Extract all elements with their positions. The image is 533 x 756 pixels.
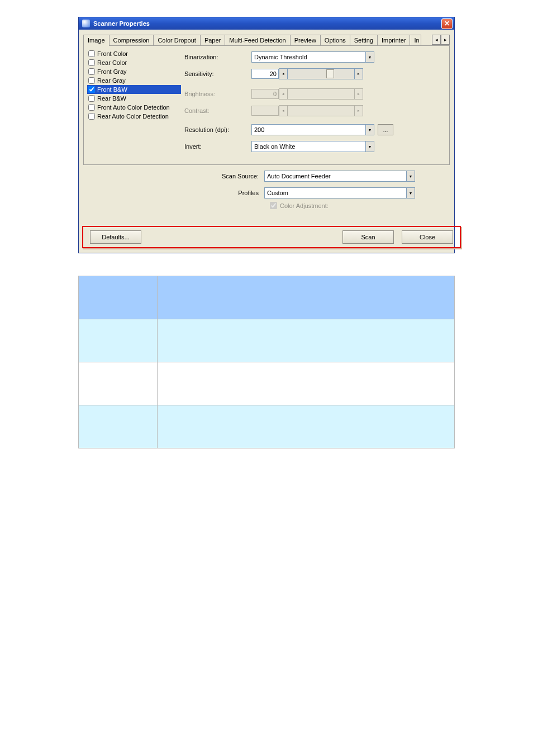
checkbox-front-color[interactable] <box>88 50 95 57</box>
table-cell <box>79 405 158 448</box>
color-adjustment-checkbox <box>270 202 277 209</box>
resolution-value: 200 <box>254 126 264 133</box>
tab-scroll-left-icon[interactable]: ◂ <box>432 35 441 45</box>
tab-scroll-right-icon[interactable]: ▸ <box>441 35 450 45</box>
table-header-cell <box>79 276 158 319</box>
table-row <box>79 405 455 448</box>
arrow-right-icon: ▸ <box>354 105 363 116</box>
chevron-down-icon: ▼ <box>406 188 415 198</box>
brightness-slider: 0 ◂ ▸ <box>251 88 363 100</box>
profiles-dropdown[interactable]: Custom ▼ <box>264 187 415 199</box>
contrast-track <box>288 105 354 116</box>
slider-thumb[interactable] <box>326 69 334 78</box>
scanner-properties-window: Scanner Properties ✕ Image Compression C… <box>78 17 455 253</box>
close-icon[interactable]: ✕ <box>441 18 453 29</box>
table-cell <box>79 362 158 405</box>
side-item-rear-gray[interactable]: Rear Gray <box>87 76 181 85</box>
tab-options[interactable]: Options <box>320 35 350 45</box>
profiles-value: Custom <box>267 190 288 196</box>
table-row <box>79 319 455 362</box>
arrow-right-icon[interactable]: ▸ <box>354 68 363 79</box>
description-table <box>78 276 455 448</box>
side-item-front-bw[interactable]: Front B&W <box>87 85 181 94</box>
invert-label: Invert: <box>184 143 251 150</box>
checkbox-rear-auto[interactable] <box>88 113 95 120</box>
image-settings-panel: Binarization: Dynamic Threshold ▼ Sensit… <box>184 49 446 161</box>
checkbox-rear-gray[interactable] <box>88 77 95 84</box>
binarization-dropdown[interactable]: Dynamic Threshold ▼ <box>251 51 374 63</box>
color-adjustment-label: Color Adjustment: <box>280 202 329 209</box>
tab-image[interactable]: Image <box>83 35 110 46</box>
table-row <box>79 362 455 405</box>
profiles-label: Profiles <box>97 190 264 196</box>
tab-paper[interactable]: Paper <box>200 35 225 45</box>
tab-body: Front Color Rear Color Front Gray Rear G… <box>83 45 450 165</box>
checkbox-rear-color[interactable] <box>88 59 95 66</box>
tab-scroll: ◂ ▸ <box>432 35 450 45</box>
table-cell <box>158 319 455 362</box>
sensitivity-label: Sensitivity: <box>184 70 251 77</box>
table-cell <box>79 319 158 362</box>
scan-source-label: Scan Source: <box>97 173 264 179</box>
tab-setting[interactable]: Setting <box>350 35 378 45</box>
tabs-bar: Image Compression Color Dropout Paper Mu… <box>83 34 450 45</box>
titlebar: Scanner Properties ✕ <box>79 17 454 30</box>
arrow-right-icon: ▸ <box>354 88 363 100</box>
scan-source-dropdown[interactable]: Auto Document Feeder ▼ <box>264 171 415 182</box>
color-adjustment-row: Color Adjustment: <box>83 202 450 209</box>
side-item-front-auto[interactable]: Front Auto Color Detection <box>87 103 181 112</box>
side-label: Front Gray <box>97 68 127 75</box>
checkbox-rear-bw[interactable] <box>88 95 95 102</box>
checkbox-front-gray[interactable] <box>88 68 95 75</box>
table-cell <box>158 362 455 405</box>
sensitivity-track[interactable] <box>288 68 354 79</box>
resolution-dropdown[interactable]: 200 ▼ <box>251 124 374 135</box>
chevron-down-icon: ▼ <box>406 171 415 181</box>
tab-imprinter[interactable]: Imprinter <box>377 35 410 45</box>
contrast-value <box>251 106 279 116</box>
resolution-label: Resolution (dpi): <box>184 126 251 133</box>
defaults-button[interactable]: Defaults... <box>90 230 141 244</box>
resolution-more-button[interactable]: ... <box>378 124 393 135</box>
window-title: Scanner Properties <box>93 20 441 27</box>
side-label: Rear B&W <box>97 95 126 102</box>
scan-button[interactable]: Scan <box>342 230 394 244</box>
side-item-front-color[interactable]: Front Color <box>87 49 181 58</box>
side-label: Front Color <box>97 50 128 57</box>
arrow-left-icon[interactable]: ◂ <box>279 68 288 79</box>
table-header-cell <box>158 276 455 319</box>
screenshot-window-wrap: Scanner Properties ✕ Image Compression C… <box>78 17 455 253</box>
checkbox-front-auto[interactable] <box>88 104 95 111</box>
tab-overflow[interactable]: In <box>410 35 421 45</box>
table-cell <box>158 405 455 448</box>
contrast-slider: ◂ ▸ <box>251 105 363 116</box>
side-item-rear-color[interactable]: Rear Color <box>87 58 181 67</box>
invert-value: Black on White <box>254 143 295 150</box>
brightness-value: 0 <box>251 89 279 99</box>
arrow-left-icon: ◂ <box>279 105 288 116</box>
side-item-front-gray[interactable]: Front Gray <box>87 67 181 76</box>
image-side-list: Front Color Rear Color Front Gray Rear G… <box>87 49 181 161</box>
tab-preview[interactable]: Preview <box>290 35 321 45</box>
close-button[interactable]: Close <box>402 230 453 244</box>
side-item-rear-bw[interactable]: Rear B&W <box>87 94 181 103</box>
tab-color-dropout[interactable]: Color Dropout <box>153 35 200 45</box>
side-label: Front B&W <box>97 86 127 93</box>
window-client: Image Compression Color Dropout Paper Mu… <box>79 30 454 253</box>
side-label: Rear Color <box>97 59 127 66</box>
side-item-rear-auto[interactable]: Rear Auto Color Detection <box>87 112 181 121</box>
contrast-label: Contrast: <box>184 107 251 114</box>
tab-compression[interactable]: Compression <box>109 35 154 45</box>
table-header-row <box>79 276 455 319</box>
scan-source-value: Auto Document Feeder <box>267 173 331 179</box>
binarization-value: Dynamic Threshold <box>254 54 307 60</box>
invert-dropdown[interactable]: Black on White ▼ <box>251 141 374 152</box>
tab-multifeed[interactable]: Multi-Feed Detection <box>225 35 291 45</box>
sensitivity-slider[interactable]: 20 ◂ ▸ <box>251 68 363 79</box>
side-label: Front Auto Color Detection <box>97 104 170 111</box>
chevron-down-icon: ▼ <box>365 52 374 62</box>
chevron-down-icon: ▼ <box>365 125 374 135</box>
checkbox-front-bw[interactable] <box>88 86 95 93</box>
binarization-label: Binarization: <box>184 54 251 60</box>
side-label: Rear Auto Color Detection <box>97 113 169 120</box>
